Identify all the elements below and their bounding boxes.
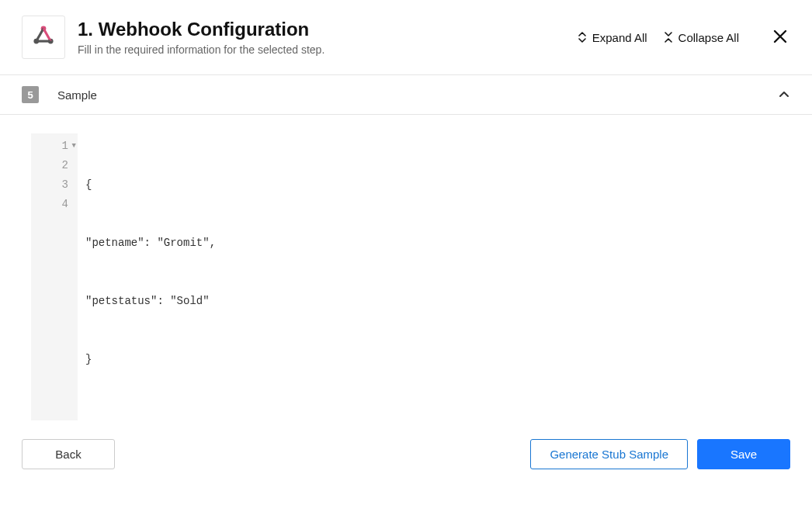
page-title: 1. Webhook Configuration [78, 19, 564, 40]
code-editor[interactable]: 1▼ 2 3 4 { "petname": "Gromit", "petstat… [31, 133, 781, 420]
page-header: 1. Webhook Configuration Fill in the req… [0, 0, 812, 75]
line-number: 2 [37, 156, 68, 175]
line-number: 4 [37, 195, 68, 214]
page-subtitle: Fill in the required information for the… [78, 43, 564, 56]
header-titles: 1. Webhook Configuration Fill in the req… [78, 19, 564, 56]
webhook-icon [30, 22, 57, 52]
expand-all-button[interactable]: Expand All [577, 31, 647, 44]
code-gutter: 1▼ 2 3 4 [31, 133, 78, 420]
chevron-up-icon [778, 88, 790, 101]
generate-stub-sample-button[interactable]: Generate Stub Sample [530, 439, 688, 469]
save-button[interactable]: Save [697, 439, 790, 469]
collapse-icon [663, 32, 674, 43]
footer-actions: Back Generate Stub Sample Save [0, 420, 812, 488]
back-button[interactable]: Back [22, 439, 115, 469]
webhook-icon-box [22, 16, 65, 59]
expand-icon [577, 32, 588, 43]
line-number: 1▼ [37, 137, 68, 156]
code-line: } [85, 350, 216, 369]
close-icon [773, 34, 787, 46]
code-line: "petname": "Gromit", [85, 233, 216, 253]
collapse-all-label: Collapse All [678, 31, 739, 44]
collapse-all-button[interactable]: Collapse All [663, 31, 739, 44]
header-actions: Expand All Collapse All [577, 26, 790, 49]
code-content[interactable]: { "petname": "Gromit", "petstatus": "Sol… [78, 133, 224, 420]
close-button[interactable] [770, 26, 790, 49]
section-title: Sample [57, 88, 778, 102]
section-number-badge: 5 [22, 86, 39, 103]
expand-all-label: Expand All [592, 31, 647, 44]
line-number: 3 [37, 175, 68, 195]
code-line: "petstatus": "Sold" [85, 292, 216, 311]
fold-marker-icon[interactable]: ▼ [72, 137, 76, 156]
code-line: { [85, 175, 216, 195]
section-header-sample[interactable]: 5 Sample [0, 75, 812, 115]
